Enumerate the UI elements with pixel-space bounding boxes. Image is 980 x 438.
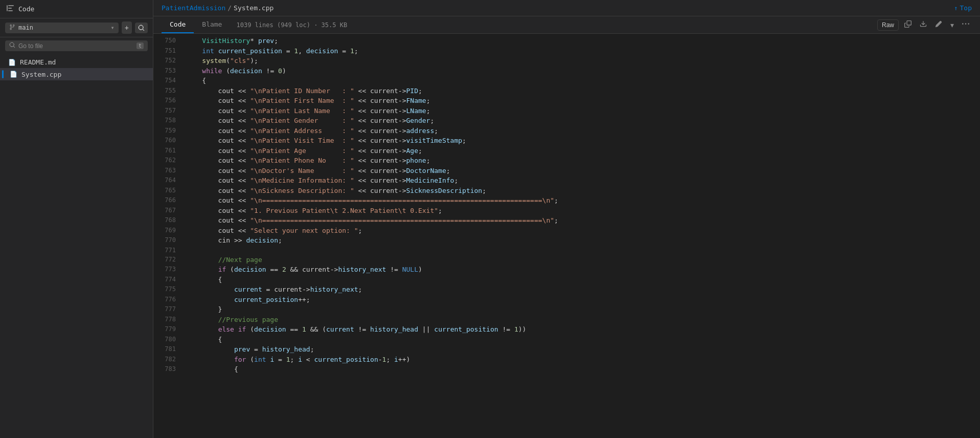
sidebar: Code main ▾ + t 📄 README.md 📄 System.cp bbox=[0, 0, 153, 438]
code-icon bbox=[6, 4, 14, 14]
code-line-767: 767 cout << "1. Previous Patient\t 2.Nex… bbox=[153, 206, 980, 216]
code-line-766: 766 cout << "\n=========================… bbox=[153, 195, 980, 206]
search-icon bbox=[9, 42, 15, 50]
code-line-773: 773 if (decision == 2 && current->histor… bbox=[153, 265, 980, 275]
svg-rect-0 bbox=[7, 5, 8, 11]
code-line-781: 781 prev = history_head; bbox=[153, 344, 980, 355]
chevron-down-icon: ▾ bbox=[111, 24, 115, 31]
code-line-760: 760 cout << "\nPatient Visit Time : " <<… bbox=[153, 136, 980, 146]
file-item-system-cpp[interactable]: 📄 System.cpp bbox=[0, 68, 153, 80]
code-line-763: 763 cout << "\nDoctor's Name : " << curr… bbox=[153, 166, 980, 176]
code-line-755: 755 cout << "\nPatient ID Number : " << … bbox=[153, 86, 980, 96]
code-line-758: 758 cout << "\nPatient Gender : " << cur… bbox=[153, 116, 980, 126]
search-shortcut: t bbox=[136, 42, 144, 49]
svg-rect-3 bbox=[8, 10, 13, 11]
sidebar-header: Code bbox=[0, 0, 153, 18]
code-line-777: 777 } bbox=[153, 304, 980, 315]
copy-button[interactable] bbox=[902, 19, 914, 31]
code-line-765: 765 cout << "\nSickness Description: " <… bbox=[153, 186, 980, 196]
code-line-768: 768 cout << "\n=========================… bbox=[153, 215, 980, 226]
code-line-752: 752 system("cls"); bbox=[153, 56, 980, 66]
file-tree: 📄 README.md 📄 System.cpp bbox=[0, 54, 153, 438]
code-line-761: 761 cout << "\nPatient Age : " << curren… bbox=[153, 146, 980, 156]
code-line-754: 754 { bbox=[153, 76, 980, 86]
download-button[interactable] bbox=[917, 19, 929, 31]
code-line-776: 776 current_position++; bbox=[153, 295, 980, 305]
svg-rect-1 bbox=[8, 5, 14, 6]
search-input[interactable] bbox=[18, 42, 133, 50]
file-meta: 1039 lines (949 loc) · 35.5 KB bbox=[236, 17, 347, 33]
svg-rect-2 bbox=[8, 8, 12, 9]
edit-chevron-button[interactable]: ▾ bbox=[948, 19, 956, 31]
file-name: README.md bbox=[20, 58, 56, 66]
toolbar-right: Raw ▾ bbox=[877, 19, 972, 31]
code-line-750: 750 VisitHistory* prev; bbox=[153, 36, 980, 46]
code-line-779: 779 else if (decision == 1 && (current !… bbox=[153, 324, 980, 335]
code-line-753: 753 while (decision != 0) bbox=[153, 66, 980, 76]
code-line-756: 756 cout << "\nPatient First Name : " <<… bbox=[153, 96, 980, 106]
tab-code[interactable]: Code bbox=[162, 16, 194, 33]
edit-button[interactable] bbox=[932, 19, 945, 31]
raw-button[interactable]: Raw bbox=[877, 19, 899, 31]
branch-selector[interactable]: main ▾ bbox=[5, 23, 119, 33]
file-name: System.cpp bbox=[21, 71, 61, 78]
tabs-bar: Code Blame 1039 lines (949 loc) · 35.5 K… bbox=[153, 16, 980, 34]
active-indicator bbox=[2, 70, 4, 78]
code-line-769: 769 cout << "Select your next option: "; bbox=[153, 226, 980, 236]
code-line-774: 774 { bbox=[153, 275, 980, 285]
file-icon: 📄 bbox=[8, 59, 16, 66]
search-bar[interactable]: t bbox=[5, 40, 148, 51]
file-icon: 📄 bbox=[10, 71, 17, 78]
code-line-783: 783 { bbox=[153, 364, 980, 375]
arrow-up-icon: ↑ bbox=[954, 5, 958, 12]
sidebar-title: Code bbox=[18, 5, 34, 13]
code-line-780: 780 { bbox=[153, 335, 980, 345]
breadcrumb-path-link[interactable]: PatientAdmission bbox=[162, 4, 225, 12]
search-files-button[interactable] bbox=[135, 23, 148, 33]
code-line-772: 772 //Next page bbox=[153, 255, 980, 265]
file-header: PatientAdmission / System.cpp ↑ Top bbox=[153, 0, 980, 16]
code-line-770: 770 cin >> decision; bbox=[153, 235, 980, 246]
code-line-782: 782 for (int i = 1; i < current_position… bbox=[153, 355, 980, 365]
code-line-751: 751 int current_position = 1, decision =… bbox=[153, 46, 980, 56]
breadcrumb-current-file: System.cpp bbox=[234, 4, 274, 12]
code-area[interactable]: 750 VisitHistory* prev; 751 int current_… bbox=[153, 34, 980, 438]
code-line-762: 762 cout << "\nPatient Phone No : " << c… bbox=[153, 156, 980, 166]
file-item-readme[interactable]: 📄 README.md bbox=[0, 56, 153, 68]
top-label: Top bbox=[960, 4, 972, 12]
code-line-778: 778 //Previous page bbox=[153, 315, 980, 325]
code-line-771: 771 bbox=[153, 246, 980, 255]
code-line-757: 757 cout << "\nPatient Last Name : " << … bbox=[153, 106, 980, 116]
breadcrumb: PatientAdmission / System.cpp bbox=[162, 4, 274, 12]
branch-bar: main ▾ + bbox=[0, 18, 153, 37]
code-line-764: 764 cout << "\nMedicine Information: " <… bbox=[153, 176, 980, 186]
code-line-759: 759 cout << "\nPatient Address : " << cu… bbox=[153, 126, 980, 136]
add-file-button[interactable]: + bbox=[122, 21, 132, 34]
breadcrumb-separator: / bbox=[227, 4, 232, 12]
tab-blame[interactable]: Blame bbox=[194, 16, 230, 33]
more-options-button[interactable] bbox=[960, 19, 972, 31]
branch-icon bbox=[9, 24, 15, 32]
main-content: PatientAdmission / System.cpp ↑ Top Code… bbox=[153, 0, 980, 438]
branch-name: main bbox=[18, 24, 33, 31]
top-button[interactable]: ↑ Top bbox=[954, 4, 972, 12]
code-line-775: 775 current = current->history_next; bbox=[153, 284, 980, 295]
